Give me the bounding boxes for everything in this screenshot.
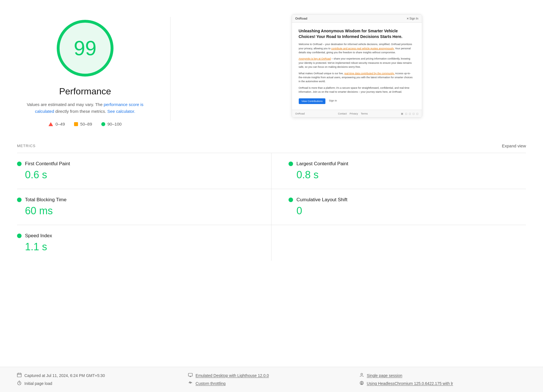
expand-view-button[interactable]: Expand view	[502, 143, 526, 148]
timer-icon	[17, 381, 22, 386]
performance-title: Performance	[59, 86, 111, 97]
person-icon	[359, 373, 364, 378]
circle-icon	[101, 122, 105, 126]
browser-footer-logo: OnRoad	[295, 112, 305, 115]
throttle-icon	[188, 381, 193, 386]
metric-lcp-value: 0.8 s	[289, 169, 526, 181]
browser-hero-title: Unleashing Anonymous Wisdom for Smarter …	[299, 28, 415, 39]
triangle-icon	[49, 122, 53, 126]
chromium-link[interactable]: Using HeadlessChromium 125.0.6422.175 wi…	[367, 381, 453, 386]
info-single-page: Single page session	[359, 373, 526, 378]
square-icon	[74, 122, 78, 126]
browser-para1: Welcome to OnRoad – your destination for…	[299, 42, 415, 54]
metrics-header: METRICS Expand view	[17, 138, 526, 153]
browser-chrome: OnRoad ✕ Sign In	[292, 14, 422, 23]
metric-tbt-header: Total Blocking Time	[17, 197, 254, 203]
highlight-orange-1: contribute and access real vehicle quote…	[331, 47, 394, 50]
browser-footer-icons: ▣ ◻ ◻ ◻ ◻	[401, 112, 418, 115]
metric-lcp-header: Largest Contentful Paint	[289, 161, 526, 167]
see-calculator-link[interactable]: See calculator.	[107, 109, 135, 114]
svg-point-17	[361, 382, 362, 384]
info-captured-at: Captured at Jul 11, 2024, 6:24 PM GMT+5:…	[17, 373, 184, 378]
subtitle-text1: Values are estimated and may vary. The	[27, 102, 102, 107]
metric-si-dot	[17, 234, 22, 238]
metric-si-header: Speed Index	[17, 233, 254, 239]
metric-fcp: First Contentful Paint 0.6 s	[17, 153, 272, 189]
info-bar: Captured at Jul 11, 2024, 6:24 PM GMT+5:…	[0, 367, 543, 392]
info-chromium: Using HeadlessChromium 125.0.6422.175 wi…	[359, 381, 526, 386]
metric-cls-dot	[289, 198, 293, 202]
browser-body: Unleashing Anonymous Wisdom for Smarter …	[292, 23, 422, 110]
metric-empty	[272, 225, 526, 261]
svg-point-15	[361, 373, 363, 375]
metric-fcp-header: First Contentful Paint	[17, 161, 254, 167]
info-col-1: Captured at Jul 11, 2024, 6:24 PM GMT+5:…	[17, 373, 184, 386]
metric-si-name: Speed Index	[25, 233, 52, 239]
captured-at-text: Captured at Jul 11, 2024, 6:24 PM GMT+5:…	[24, 373, 105, 378]
footer-icon-5: ◻	[416, 112, 418, 115]
metrics-section: METRICS Expand view First Contentful Pai…	[17, 138, 526, 261]
metric-fcp-dot	[17, 162, 22, 166]
highlight-orange-2: Anonymity is key at OnRoad	[299, 57, 331, 60]
legend-average: 50–89	[74, 122, 92, 126]
metric-tbt-name: Total Blocking Time	[25, 197, 66, 203]
info-page-load: Initial page load	[17, 381, 184, 386]
footer-icon-3: ◻	[409, 112, 411, 115]
browser-footer-links: Contact Privacy Terms	[338, 112, 368, 115]
legend-good-label: 90–100	[108, 122, 122, 126]
footer-link-terms: Terms	[361, 112, 368, 115]
top-section: 99 Performance Values are estimated and …	[17, 11, 526, 126]
performance-subtitle: Values are estimated and may vary. The p…	[23, 101, 148, 115]
footer-icon-4: ◻	[412, 112, 414, 115]
browser-signin-text: Sign In	[329, 99, 337, 102]
legend-good: 90–100	[101, 122, 122, 126]
metrics-label: METRICS	[17, 144, 36, 148]
metric-lcp-dot	[289, 162, 293, 166]
svg-rect-10	[188, 373, 192, 376]
browser-para3: What makes OnRoad unique is our live, re…	[299, 71, 415, 84]
browser-preview: OnRoad ✕ Sign In Unleashing Anonymous Wi…	[292, 14, 422, 118]
custom-throttling-link[interactable]: Custom throttling	[195, 381, 226, 386]
browser-logo: OnRoad	[295, 17, 308, 20]
info-col-3: Single page session Using HeadlessChromi…	[359, 373, 526, 386]
metric-cls-value: 0	[289, 205, 526, 217]
footer-link-privacy: Privacy	[350, 112, 358, 115]
svg-rect-2	[17, 373, 21, 377]
score-legend: 0–49 50–89 90–100	[49, 122, 121, 126]
screenshot-section: OnRoad ✕ Sign In Unleashing Anonymous Wi…	[188, 11, 526, 118]
legend-bad-label: 0–49	[55, 122, 65, 126]
score-circle: 99	[54, 17, 116, 79]
browser-para2: Anonymity is key at OnRoad – share your …	[299, 57, 415, 69]
vertical-divider	[170, 17, 171, 121]
metric-tbt-dot	[17, 198, 22, 202]
main-container: 99 Performance Values are estimated and …	[0, 0, 543, 261]
metric-si: Speed Index 1.1 s	[17, 225, 272, 261]
highlight-orange-3: real-time data contributed by the commun…	[344, 72, 395, 75]
browser-para4: OnRoad is more than a platform; it's a s…	[299, 86, 415, 94]
metric-lcp-name: Largest Contentful Paint	[296, 161, 348, 167]
browser-chrome-signin: ✕ Sign In	[407, 17, 418, 20]
info-col-2: Emulated Desktop with Lighthouse 12.0.0 …	[188, 373, 355, 386]
single-page-link[interactable]: Single page session	[367, 373, 402, 378]
score-section: 99 Performance Values are estimated and …	[17, 11, 153, 126]
metric-si-value: 1.1 s	[17, 241, 254, 253]
emulated-desktop-link[interactable]: Emulated Desktop with Lighthouse 12.0.0	[195, 373, 269, 378]
desktop-icon	[188, 373, 193, 378]
metric-fcp-name: First Contentful Paint	[25, 161, 70, 167]
info-emulated-desktop: Emulated Desktop with Lighthouse 12.0.0	[188, 373, 355, 378]
page-load-text: Initial page load	[24, 381, 52, 386]
metric-cls-header: Cumulative Layout Shift	[289, 197, 526, 203]
score-number: 99	[74, 37, 96, 60]
footer-link-contact: Contact	[338, 112, 347, 115]
subtitle-text2: directly from these metrics.	[55, 109, 106, 114]
browser-cta-button[interactable]: View Contributions	[299, 98, 326, 104]
footer-icon-1: ▣	[401, 112, 403, 115]
browser-footer: OnRoad Contact Privacy Terms ▣ ◻ ◻ ◻ ◻	[292, 110, 422, 117]
metric-tbt: Total Blocking Time 60 ms	[17, 189, 272, 225]
metrics-grid: First Contentful Paint 0.6 s Largest Con…	[17, 153, 526, 261]
metric-cls: Cumulative Layout Shift 0	[272, 189, 526, 225]
info-custom-throttling: Custom throttling	[188, 381, 355, 386]
metric-tbt-value: 60 ms	[17, 205, 254, 217]
metric-lcp: Largest Contentful Paint 0.8 s	[272, 153, 526, 189]
footer-icon-2: ◻	[405, 112, 407, 115]
